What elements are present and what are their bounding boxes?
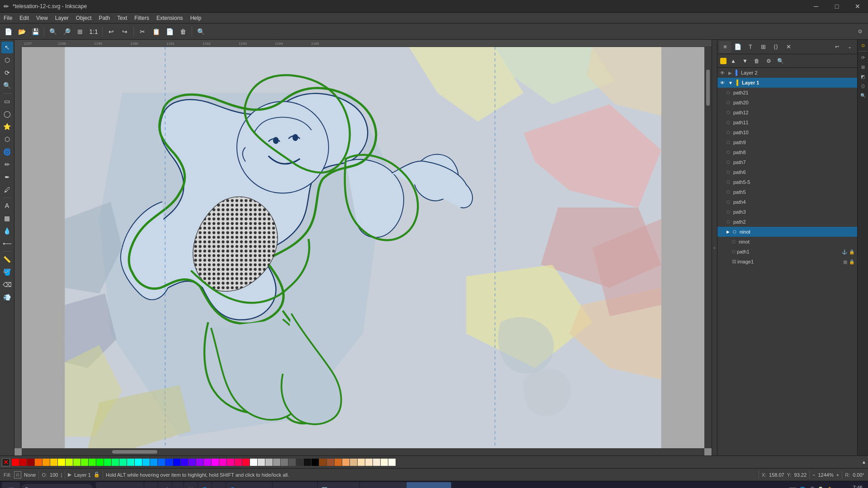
layer-item-path7[interactable]: ⬡ path7 xyxy=(717,157,857,167)
vscroll-thumb[interactable] xyxy=(706,70,710,106)
panel-collapse-handle[interactable]: ‹ xyxy=(712,40,717,455)
color-swatch[interactable] xyxy=(358,459,365,466)
layer-item-layer1[interactable]: 👁 ▼ Layer 1 xyxy=(717,78,857,88)
color-swatch[interactable] xyxy=(66,459,73,466)
layer-item-ninot-group[interactable]: ▶ ⬡ ninot xyxy=(717,227,857,237)
zoom-out-button[interactable]: 🔎 xyxy=(60,25,73,38)
fill-swatch[interactable]: ∅ xyxy=(14,471,21,479)
layer-item-ninot-inner[interactable]: ⬡ ninot xyxy=(717,237,857,247)
zoom-out-btn[interactable]: − xyxy=(812,472,815,478)
color-swatch[interactable] xyxy=(135,459,142,466)
color-swatch[interactable] xyxy=(189,459,196,466)
menu-path[interactable]: Path xyxy=(95,14,114,22)
palette-scroll-up[interactable]: ▲ xyxy=(862,460,866,465)
layer-item-path8[interactable]: ⬡ path8 xyxy=(717,147,857,157)
no-color-swatch[interactable]: ✕ xyxy=(2,458,10,466)
taskbar-edge[interactable]: 🌐 xyxy=(198,482,212,488)
spray-tool[interactable]: 💨 xyxy=(1,291,13,303)
start-button[interactable]: ⊞ xyxy=(2,482,20,488)
color-swatch[interactable] xyxy=(127,459,134,466)
fill-stroke-button[interactable]: ◩ xyxy=(859,72,868,81)
color-swatch[interactable] xyxy=(173,459,180,466)
zoom-fit-button[interactable]: ⊞ xyxy=(74,25,86,38)
color-swatch[interactable] xyxy=(335,459,342,466)
taskbar-files[interactable]: 📂 xyxy=(144,482,158,488)
taskbar-firefox[interactable]: 🦊 xyxy=(184,482,198,488)
transform-button[interactable]: ⟳ xyxy=(859,53,868,62)
color-swatch[interactable] xyxy=(19,459,27,466)
copy-button[interactable]: 📋 xyxy=(150,25,162,38)
move-layer-up-button[interactable]: ▲ xyxy=(728,56,738,66)
move-layer-down-button[interactable]: ▼ xyxy=(740,56,750,66)
color-swatch[interactable] xyxy=(196,459,203,466)
menu-filters[interactable]: Filters xyxy=(131,14,153,22)
paste-button[interactable]: 📄 xyxy=(163,25,176,38)
calligraphy-tool[interactable]: 🖊 xyxy=(1,184,13,196)
color-swatch[interactable] xyxy=(112,459,119,466)
layer-item-path21[interactable]: ⬡ path21 xyxy=(717,88,857,98)
menu-extensions[interactable]: Extensions xyxy=(153,14,187,22)
layer-item-path1[interactable]: ⬡ path1 ⚓ 🔒 xyxy=(717,247,857,257)
layer-item-path5[interactable]: ⬡ path5 xyxy=(717,187,857,197)
color-swatch[interactable] xyxy=(288,459,296,466)
taskbar-mail[interactable]: ✉ xyxy=(172,482,184,488)
layer-item-image1[interactable]: 🖼 image1 ▦ 🔒 xyxy=(717,257,857,267)
color-swatch[interactable] xyxy=(104,459,111,466)
layer-item-path10[interactable]: ⬡ path10 xyxy=(717,127,857,137)
hscroll-thumb[interactable] xyxy=(112,450,157,454)
zoom-in-btn[interactable]: + xyxy=(836,472,839,478)
color-swatch[interactable] xyxy=(35,459,42,466)
canvas-container[interactable]: 1157 1158 1159 1160 1161 1162 1163 1164 … xyxy=(14,40,712,455)
close-panel-button[interactable]: ✕ xyxy=(783,41,794,53)
delete-layer-button[interactable]: 🗑 xyxy=(752,56,762,66)
taskbar-search[interactable]: 🔍 Buscar xyxy=(21,484,93,488)
layer-item-path3[interactable]: ⬡ path3 xyxy=(717,207,857,217)
color-swatch[interactable] xyxy=(181,459,188,466)
layer-item-path2[interactable]: ⬡ path2 xyxy=(717,217,857,227)
layer-name-status[interactable]: Layer 1 xyxy=(74,472,91,478)
color-swatch[interactable] xyxy=(250,459,257,466)
color-swatch[interactable] xyxy=(119,459,127,466)
color-swatch[interactable] xyxy=(296,459,303,466)
color-swatch[interactable] xyxy=(350,459,357,466)
color-swatch[interactable] xyxy=(319,459,326,466)
open-button[interactable]: 📂 xyxy=(15,25,28,38)
color-swatch[interactable] xyxy=(219,459,226,466)
find-button[interactable]: 🔍 xyxy=(194,25,207,38)
menu-help[interactable]: Help xyxy=(187,14,205,22)
menu-layer[interactable]: Layer xyxy=(52,14,72,22)
menu-text[interactable]: Text xyxy=(113,14,131,22)
star-tool[interactable]: ⭐ xyxy=(1,121,13,132)
eraser-tool[interactable]: ⌫ xyxy=(1,279,13,291)
menu-file[interactable]: File xyxy=(0,14,16,22)
connector-tool[interactable]: ⟵ xyxy=(1,238,13,249)
color-swatch[interactable] xyxy=(381,459,388,466)
select-tool[interactable]: ↖ xyxy=(1,42,13,53)
color-swatch[interactable] xyxy=(235,459,242,466)
taskbar-sketch[interactable]: 🖌 Quickly Sket... xyxy=(360,482,406,488)
color-swatch[interactable] xyxy=(58,459,65,466)
zoom-100-button[interactable]: 1:1 xyxy=(87,25,100,38)
gradient-tool[interactable]: ▦ xyxy=(1,212,13,224)
measure-tool[interactable]: 📏 xyxy=(1,253,13,265)
color-swatch[interactable] xyxy=(304,459,311,466)
color-swatch[interactable] xyxy=(204,459,211,466)
color-swatch[interactable] xyxy=(165,459,173,466)
layer-item-path4[interactable]: ⬡ path4 xyxy=(717,197,857,207)
delete-button[interactable]: 🗑 xyxy=(177,25,189,38)
layer-item-path5-5[interactable]: ⬡ path5-5 xyxy=(717,177,857,187)
color-swatch[interactable] xyxy=(258,459,265,466)
layer-search-button[interactable]: 🔍 xyxy=(775,56,785,66)
color-swatch[interactable] xyxy=(12,459,19,466)
layers-tab-button[interactable]: ≡ xyxy=(719,41,731,53)
color-swatch[interactable] xyxy=(373,459,380,466)
vscrollbar[interactable] xyxy=(704,47,712,448)
zoom-value[interactable]: 1244% xyxy=(818,472,833,478)
color-swatch[interactable] xyxy=(388,459,396,466)
xml-editor-button[interactable]: ⟨⟩ xyxy=(859,81,868,90)
objects-tab-button[interactable]: 📄 xyxy=(732,41,744,53)
layer-item-layer2[interactable]: 👁 ▶ Layer 2 xyxy=(717,68,857,78)
save-button[interactable]: 💾 xyxy=(29,25,42,38)
maximize-button[interactable]: □ xyxy=(826,0,847,13)
align-tab-button[interactable]: ⊞ xyxy=(757,41,769,53)
